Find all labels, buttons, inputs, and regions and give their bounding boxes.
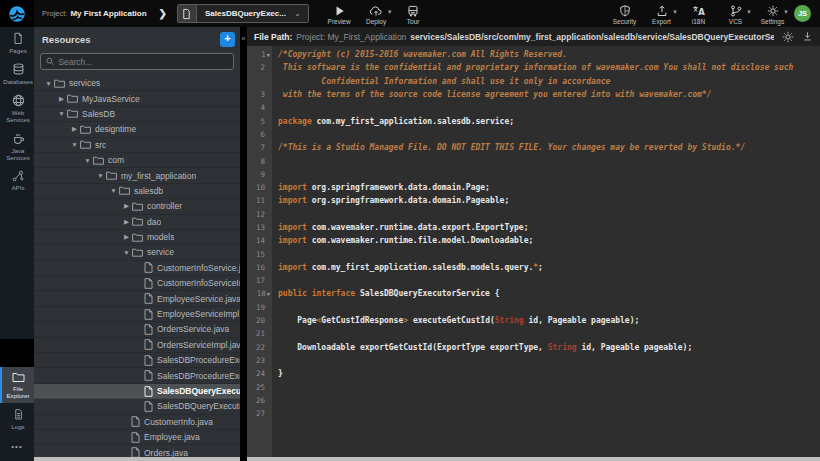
- tree-file-Employee.java[interactable]: Employee.java: [34, 430, 240, 445]
- code-line-4[interactable]: 4: [247, 101, 820, 114]
- code-line-26[interactable]: 26: [247, 394, 820, 407]
- code-line-23[interactable]: 23: [247, 354, 820, 367]
- caret-down-icon[interactable]: ▼: [672, 9, 678, 15]
- expanded-arrow-icon[interactable]: ▼: [57, 110, 66, 117]
- code-line-13[interactable]: 13import com.wavemaker.runtime.data.expo…: [247, 221, 820, 234]
- more-menu-button[interactable]: •••: [0, 434, 34, 461]
- code-line-16[interactable]: 16import com.my_first_application.salesd…: [247, 261, 820, 274]
- tree-file-SalesDBQueryExecutorServiceImpl.java[interactable]: SalesDBQueryExecutorServiceImpl.java: [34, 399, 240, 414]
- expanded-arrow-icon[interactable]: ▼: [109, 187, 118, 194]
- expanded-arrow-icon[interactable]: ▼: [70, 141, 79, 148]
- tree-file-SalesDBQueryExecutorService.java[interactable]: SalesDBQueryExecutorService.java: [34, 384, 240, 399]
- tree-folder-salesdb[interactable]: ▼salesdb: [34, 184, 240, 199]
- tree-file-CustomerInfoServiceImpl.java[interactable]: CustomerInfoServiceImpl.java: [34, 276, 240, 291]
- code-line-2[interactable]: 2 This software is the confidential and …: [247, 61, 820, 74]
- sidebar-item-logs[interactable]: Logs: [0, 403, 34, 434]
- export-button[interactable]: ▼Export: [645, 2, 678, 25]
- deploy-button[interactable]: ▼Deploy: [360, 2, 393, 25]
- code-line-9[interactable]: 9: [247, 168, 820, 181]
- i18n-button[interactable]: Ai18N: [682, 2, 715, 25]
- expanded-arrow-icon[interactable]: ▼: [96, 172, 105, 179]
- code-line-21[interactable]: 21: [247, 327, 820, 340]
- tour-button[interactable]: Tour: [397, 2, 430, 25]
- tree-file-SalesDBProcedureExecutorServiceImpl.java[interactable]: SalesDBProcedureExecutorServiceImpl.java: [34, 368, 240, 383]
- code-line-17[interactable]: 17: [247, 274, 820, 287]
- caret-down-icon[interactable]: ▼: [387, 9, 393, 15]
- tree-file-OrdersService.java[interactable]: OrdersService.java: [34, 322, 240, 337]
- panel-resize-divider[interactable]: «: [240, 27, 247, 461]
- editor-settings-gear-icon[interactable]: [782, 31, 794, 43]
- tree-folder-com[interactable]: ▼com: [34, 153, 240, 168]
- gutter-line-number: 16: [247, 261, 272, 274]
- code-line-15[interactable]: 15: [247, 247, 820, 260]
- code-line-wrap[interactable]: Confidential Information and shall use i…: [247, 75, 820, 88]
- collapse-panel-icon[interactable]: «: [239, 34, 248, 43]
- security-button[interactable]: Security: [608, 2, 641, 25]
- sidebar-item-java-services[interactable]: Java Services: [0, 127, 34, 165]
- tree-folder-dao[interactable]: ▶dao: [34, 215, 240, 230]
- code-line-18[interactable]: 18▼public interface SalesDBQueryExecutor…: [247, 287, 820, 300]
- tree-file-CustomerInfoService.java[interactable]: CustomerInfoService.java: [34, 261, 240, 276]
- caret-down-icon[interactable]: ▼: [746, 9, 752, 15]
- file-explorer-icon: [12, 372, 25, 383]
- code-line-3[interactable]: 3 with the terms of the source code lice…: [247, 88, 820, 101]
- tree-file-CustomerInfo.java[interactable]: CustomerInfo.java: [34, 415, 240, 430]
- tree-file-EmployeeService.java[interactable]: EmployeeService.java: [34, 291, 240, 306]
- vcs-button[interactable]: ▼VCS: [719, 2, 752, 25]
- sidebar-item-file-explorer[interactable]: File Explorer: [0, 367, 34, 403]
- code-line-20[interactable]: 20 Page<GetCustIdResponse> executeGetCus…: [247, 314, 820, 327]
- tree-file-EmployeeServiceImpl.java[interactable]: EmployeeServiceImpl.java: [34, 307, 240, 322]
- code-line-7[interactable]: 7/*This is a Studio Managed File. DO NOT…: [247, 141, 820, 154]
- tree-folder-service[interactable]: ▼service: [34, 245, 240, 260]
- code-line-22[interactable]: 22 Downloadable exportGetCustId(ExportTy…: [247, 341, 820, 354]
- tree-folder-controller[interactable]: ▶controller: [34, 199, 240, 214]
- collapsed-arrow-icon[interactable]: ▶: [57, 95, 66, 103]
- code-line-27[interactable]: 27: [247, 407, 820, 420]
- sidebar-item-databases[interactable]: Databases: [0, 58, 34, 89]
- caret-down-icon[interactable]: ▼: [783, 9, 789, 15]
- search-input[interactable]: [58, 57, 228, 67]
- code-line-10[interactable]: 10import org.springframework.data.domain…: [247, 181, 820, 194]
- chevron-down-icon[interactable]: ⌄: [294, 9, 308, 18]
- code-line-1[interactable]: 1▼/*Copyright (c) 2015-2016 wavemaker.co…: [247, 48, 820, 61]
- wavemaker-logo[interactable]: [0, 0, 34, 27]
- fold-toggle-icon[interactable]: ▼: [267, 291, 270, 297]
- fold-toggle-icon[interactable]: ▼: [267, 52, 270, 58]
- tree-file-SalesDBProcedureExecutorService.java[interactable]: SalesDBProcedureExecutorService.java: [34, 353, 240, 368]
- code-line-8[interactable]: 8: [247, 154, 820, 167]
- code-line-14[interactable]: 14import com.wavemaker.runtime.file.mode…: [247, 234, 820, 247]
- code-line-19[interactable]: 19: [247, 301, 820, 314]
- collapsed-arrow-icon[interactable]: ▶: [122, 218, 131, 226]
- preview-button[interactable]: Preview: [323, 2, 356, 25]
- code-line-11[interactable]: 11import org.springframework.data.domain…: [247, 194, 820, 207]
- sidebar-item-web-services[interactable]: Web Services: [0, 89, 34, 127]
- tree-folder-models[interactable]: ▶models: [34, 230, 240, 245]
- user-avatar[interactable]: JS: [794, 5, 811, 22]
- download-file-icon[interactable]: [802, 31, 813, 42]
- tree-folder-SalesDB[interactable]: ▼SalesDB: [34, 107, 240, 122]
- open-file-tab[interactable]: SalesDBQueryExec... ⌄: [177, 4, 309, 23]
- add-resource-button[interactable]: +: [220, 32, 235, 47]
- collapsed-arrow-icon[interactable]: ▶: [122, 202, 131, 210]
- collapsed-arrow-icon[interactable]: ▶: [122, 233, 131, 241]
- code-editor[interactable]: 1▼/*Copyright (c) 2015-2016 wavemaker.co…: [247, 46, 820, 461]
- settings-button[interactable]: ▼Settings: [756, 2, 789, 25]
- code-line-25[interactable]: 25: [247, 380, 820, 393]
- horizontal-scrollbar[interactable]: [25, 457, 820, 461]
- sidebar-item-apis[interactable]: APIs: [0, 165, 34, 195]
- tree-folder-MyJavaService[interactable]: ▶MyJavaService: [34, 91, 240, 106]
- sidebar-item-pages[interactable]: Pages: [0, 27, 34, 58]
- collapsed-arrow-icon[interactable]: ▶: [70, 125, 79, 133]
- tree-folder-my_first_application[interactable]: ▼my_first_application: [34, 168, 240, 183]
- tree-folder-src[interactable]: ▼src: [34, 138, 240, 153]
- code-line-24[interactable]: 24}: [247, 367, 820, 380]
- tree-folder-designtime[interactable]: ▶designtime: [34, 122, 240, 137]
- tree-folder-services[interactable]: ▼services: [34, 76, 240, 91]
- expanded-arrow-icon[interactable]: ▼: [44, 80, 53, 87]
- code-line-12[interactable]: 12: [247, 208, 820, 221]
- expanded-arrow-icon[interactable]: ▼: [83, 157, 92, 164]
- code-line-6[interactable]: 6: [247, 128, 820, 141]
- expanded-arrow-icon[interactable]: ▼: [122, 249, 131, 256]
- tree-file-OrdersServiceImpl.java[interactable]: OrdersServiceImpl.java: [34, 338, 240, 353]
- code-line-5[interactable]: 5package com.my_first_application.salesd…: [247, 114, 820, 127]
